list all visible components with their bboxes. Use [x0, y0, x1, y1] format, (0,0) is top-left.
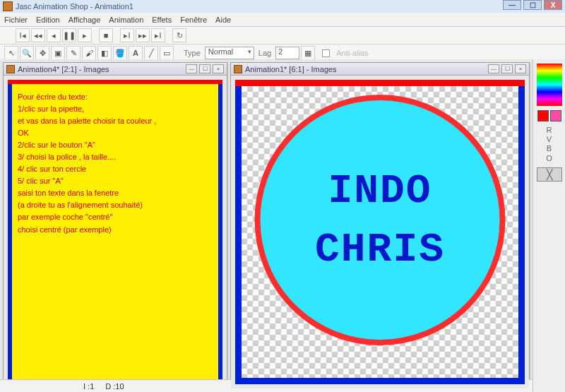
menu-fenetre[interactable]: Fenêtre	[180, 16, 207, 24]
win1-min[interactable]: —	[488, 64, 499, 73]
zoom-tool[interactable]: 🔍	[20, 46, 34, 60]
fill-tool[interactable]: 🪣	[113, 46, 127, 60]
text-tool[interactable]: A	[129, 46, 143, 60]
close-button[interactable]: X	[544, 0, 562, 10]
red-strip-top-r	[235, 80, 525, 86]
menu-effets[interactable]: Effets	[152, 16, 172, 24]
menu-animation[interactable]: Animation	[109, 16, 143, 24]
window-animation4-body: Pour écrire du texte: 1/clic sur la pipe…	[4, 76, 227, 388]
type-label: Type	[181, 49, 203, 57]
circle-text-line1: INDO	[328, 168, 432, 214]
menu-aide[interactable]: Aide	[215, 16, 231, 24]
pause-button[interactable]: ❚❚	[62, 28, 76, 42]
menu-affichage[interactable]: Affichage	[69, 16, 101, 24]
window-animation1: Animation1* [6:1] - Images — ☐ × INDO CH…	[230, 62, 530, 389]
loop-button[interactable]: ↻	[172, 28, 186, 42]
window-animation4: Animation4* [2:1] - Images — ☐ × Pour éc…	[3, 62, 227, 389]
lag-label: Lag	[256, 49, 274, 57]
type-combo[interactable]: Normal	[205, 47, 254, 59]
crop-tool[interactable]: ▣	[51, 46, 65, 60]
color-swatches	[537, 110, 561, 121]
eraser-tool[interactable]: ◧	[97, 46, 112, 60]
menu-bar: Fichier Edition Affichage Animation Effe…	[0, 13, 565, 27]
lag-input[interactable]: 2	[275, 47, 299, 59]
shape-tool[interactable]: ▭	[160, 46, 174, 60]
circle-text-line2: CHRIS	[315, 227, 445, 273]
step-fwd-button[interactable]: ▸І	[120, 28, 134, 42]
doc-icon	[6, 65, 15, 73]
foreground-swatch[interactable]	[537, 110, 549, 121]
win4-max[interactable]: ☐	[199, 64, 210, 73]
win4-close[interactable]: ×	[213, 64, 224, 73]
rewind-start-button[interactable]: І◂	[16, 28, 30, 42]
antialias-label: Anti-alias	[333, 49, 371, 57]
background-swatch[interactable]	[550, 110, 561, 121]
app-icon	[3, 1, 13, 11]
no-color-button[interactable]: ╳	[537, 167, 562, 182]
window-animation1-body: INDO CHRIS	[231, 76, 529, 388]
toolbar-playback: І◂ ◂◂ ◂ ❚❚ ▸ ■ ▸І ▸▸ ▸І ↻	[0, 27, 565, 44]
lag-stepper[interactable]: ▦	[301, 46, 315, 60]
rvbo-labels: R V B O	[546, 126, 552, 163]
line-tool[interactable]: ╱	[144, 46, 158, 60]
red-strip-top	[8, 80, 222, 84]
menu-edition[interactable]: Edition	[36, 16, 60, 24]
win1-max[interactable]: ☐	[501, 64, 513, 73]
title-bar: Jasc Animation Shop - Animation1 — ☐ X	[0, 0, 565, 13]
workspace: Animation4* [2:1] - Images — ☐ × Pour éc…	[0, 59, 533, 392]
antialias-checkbox[interactable]	[322, 49, 330, 57]
menu-fichier[interactable]: Fichier	[4, 16, 28, 24]
forward-end-button[interactable]: ▸І	[151, 28, 165, 42]
step-back-button[interactable]: ◂	[47, 28, 61, 42]
window-animation4-titlebar[interactable]: Animation4* [2:1] - Images — ☐ ×	[4, 63, 227, 76]
forward-button[interactable]: ▸▸	[136, 28, 150, 42]
status-i: I :1	[78, 382, 100, 391]
color-spectrum[interactable]	[537, 64, 562, 106]
circle-shape: INDO CHRIS	[255, 95, 506, 345]
status-d: D :10	[100, 382, 129, 391]
stop-button[interactable]: ■	[99, 28, 113, 42]
window-animation1-titlebar[interactable]: Animation1* [6:1] - Images — ☐ ×	[231, 63, 529, 76]
instructions-text: Pour écrire du texte: 1/clic sur la pipe…	[12, 84, 218, 243]
brush-tool[interactable]: 🖌	[82, 46, 96, 60]
maximize-button[interactable]: ☐	[523, 0, 542, 10]
rewind-button[interactable]: ◂◂	[31, 28, 45, 42]
pointer-tool[interactable]: ↖	[4, 46, 18, 60]
window-animation4-title: Animation4* [2:1] - Images	[18, 65, 109, 73]
eyedropper-tool[interactable]: ✎	[66, 46, 81, 60]
canvas-right[interactable]: INDO CHRIS	[235, 80, 525, 384]
color-palette-panel: R V B O ╳	[533, 59, 565, 392]
minimize-button[interactable]: —	[503, 0, 521, 10]
doc-icon	[234, 65, 242, 73]
win1-close[interactable]: ×	[515, 64, 526, 73]
canvas-left[interactable]: Pour écrire du texte: 1/clic sur la pipe…	[8, 80, 222, 384]
move-tool[interactable]: ✥	[35, 46, 49, 60]
window-animation1-title: Animation1* [6:1] - Images	[245, 65, 337, 73]
app-title: Jasc Animation Shop - Animation1	[16, 2, 133, 11]
win4-min[interactable]: —	[186, 64, 197, 73]
play-button[interactable]: ▸	[78, 28, 92, 42]
